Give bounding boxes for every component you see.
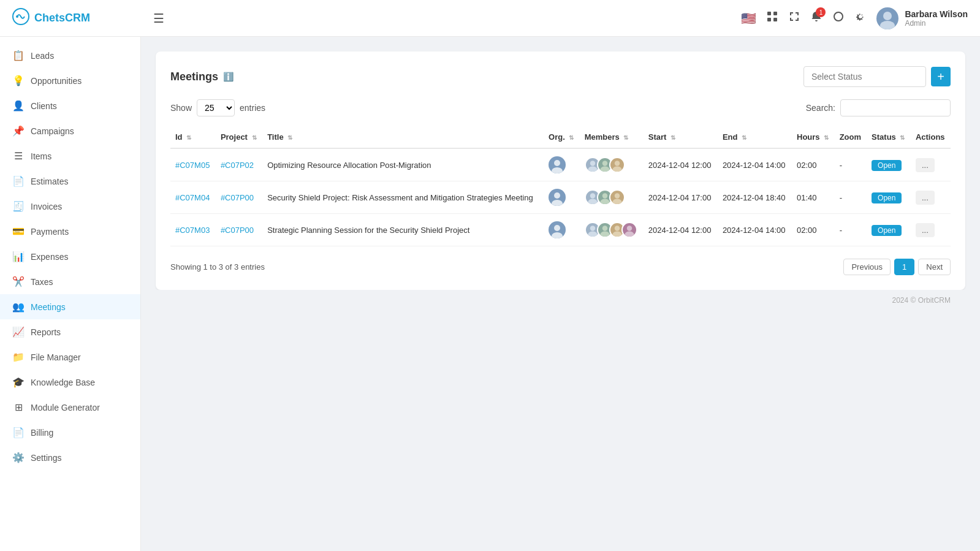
svg-point-12 — [602, 161, 607, 165]
items-icon: ☰ — [12, 150, 25, 162]
search-input[interactable] — [840, 99, 951, 116]
col-id-label: Id — [175, 132, 183, 142]
sidebar-item-items[interactable]: ☰ Items — [0, 143, 140, 169]
project-id-link[interactable]: #C07P00 — [221, 193, 254, 202]
col-project[interactable]: Project ⇅ — [216, 126, 262, 148]
cell-org — [544, 214, 580, 246]
previous-button[interactable]: Previous — [843, 259, 891, 275]
col-hours[interactable]: Hours ⇅ — [792, 126, 835, 148]
sidebar-item-knowledge-base[interactable]: 🎓 Knowledge Base — [0, 370, 140, 395]
notification-icon[interactable]: 1 — [810, 10, 822, 26]
sidebar-item-label: Items — [31, 151, 51, 161]
meeting-title: Security Shield Project: Risk Assessment… — [267, 193, 533, 202]
hamburger-menu[interactable]: ☰ — [153, 11, 164, 26]
svg-point-7 — [880, 21, 895, 29]
meeting-id-link[interactable]: #C07M03 — [175, 226, 210, 235]
next-button[interactable]: Next — [918, 259, 951, 275]
cell-hours: 01:40 — [792, 181, 835, 214]
page-title-wrapper: Meetings ℹ️ — [170, 70, 234, 83]
meeting-title: Optimizing Resource Allocation Post-Migr… — [267, 161, 431, 170]
sidebar-item-settings[interactable]: ⚙️ Settings — [0, 445, 140, 470]
col-id[interactable]: Id ⇅ — [170, 126, 216, 148]
cell-members — [580, 148, 644, 181]
cell-project: #C07P00 — [216, 181, 262, 214]
add-meeting-button[interactable]: + — [931, 67, 951, 86]
meeting-end: 2024-12-04 14:00 — [723, 226, 786, 235]
meeting-hours: 02:00 — [797, 226, 817, 235]
status-badge: Open — [872, 192, 902, 203]
col-zoom-label: Zoom — [840, 132, 861, 142]
meeting-zoom: - — [840, 193, 842, 202]
sidebar-item-reports[interactable]: 📈 Reports — [0, 319, 140, 344]
meeting-end: 2024-12-04 18:40 — [723, 193, 786, 202]
project-id-link[interactable]: #C07P00 — [221, 226, 254, 235]
cell-hours: 02:00 — [792, 214, 835, 246]
members-avatars — [585, 189, 639, 205]
sidebar-item-module-generator[interactable]: ⊞ Module Generator — [0, 395, 140, 420]
user-info[interactable]: Barbara Wilson Admin — [876, 7, 968, 29]
cell-org — [544, 181, 580, 214]
sidebar-item-opportunities[interactable]: 💡 Opportunities — [0, 68, 140, 93]
row-action-button[interactable]: ... — [916, 158, 935, 172]
entries-label: entries — [240, 103, 265, 113]
sort-icon-status: ⇅ — [900, 134, 905, 141]
col-end[interactable]: End ⇅ — [718, 126, 792, 148]
svg-point-19 — [588, 199, 597, 205]
col-org[interactable]: Org. ⇅ — [544, 126, 580, 148]
fullscreen-icon[interactable] — [788, 10, 800, 26]
col-title[interactable]: Title ⇅ — [262, 126, 544, 148]
search-label: Search: — [806, 103, 835, 113]
meeting-id-link[interactable]: #C07M05 — [175, 161, 210, 170]
topbar: ChetsCRM ☰ 🇺🇸 1 Barbara Wilson Admin — [0, 0, 980, 37]
grid-icon[interactable] — [766, 10, 778, 26]
svg-rect-4 — [767, 18, 771, 21]
row-action-button[interactable]: ... — [916, 191, 935, 205]
svg-point-15 — [612, 167, 621, 173]
project-id-link[interactable]: #C07P02 — [221, 161, 254, 170]
col-start-label: Start — [648, 132, 667, 142]
col-members[interactable]: Members ⇅ — [580, 126, 644, 148]
meeting-start: 2024-12-04 12:00 — [648, 226, 712, 235]
reports-icon: 📈 — [12, 326, 25, 338]
sidebar-item-label: Estimates — [31, 177, 68, 186]
sidebar-item-taxes[interactable]: ✂️ Taxes — [0, 269, 140, 294]
table-row: #C07M03 #C07P00 Strategic Planning Sessi… — [170, 214, 951, 246]
entries-per-page-select[interactable]: 25 10 50 100 — [197, 99, 235, 116]
sidebar-item-file-manager[interactable]: 📁 File Manager — [0, 344, 140, 370]
layout: 📋 Leads 💡 Opportunities 👤 Clients 📌 Camp… — [0, 37, 980, 551]
settings-icon[interactable] — [854, 10, 867, 26]
org-avatar — [549, 156, 566, 173]
col-start[interactable]: Start ⇅ — [644, 126, 718, 148]
sort-icon-org: ⇅ — [569, 134, 574, 141]
svg-point-13 — [600, 167, 609, 173]
cell-zoom: - — [835, 181, 867, 214]
sidebar-item-leads[interactable]: 📋 Leads — [0, 43, 140, 68]
sidebar-item-estimates[interactable]: 📄 Estimates — [0, 169, 140, 194]
sidebar-item-clients[interactable]: 👤 Clients — [0, 93, 140, 118]
sort-icon-hours: ⇅ — [824, 134, 829, 141]
main-content: Meetings ℹ️ + Show 25 10 50 100 — [141, 37, 980, 551]
row-action-button[interactable]: ... — [916, 223, 935, 237]
sidebar-item-billing[interactable]: 📄 Billing — [0, 420, 140, 445]
meeting-hours: 02:00 — [797, 161, 817, 170]
svg-point-10 — [590, 161, 594, 165]
info-icon[interactable]: ℹ️ — [223, 72, 234, 82]
sidebar-item-expenses[interactable]: 📊 Expenses — [0, 244, 140, 269]
col-status[interactable]: Status ⇅ — [867, 126, 911, 148]
cell-start: 2024-12-04 12:00 — [644, 148, 718, 181]
status-select-input[interactable] — [803, 66, 926, 87]
sidebar-item-payments[interactable]: 💳 Payments — [0, 219, 140, 244]
svg-point-6 — [883, 12, 892, 20]
logo-text: ChetsCRM — [34, 12, 90, 25]
show-label: Show — [170, 103, 192, 113]
page-1-button[interactable]: 1 — [894, 259, 914, 275]
member-avatar — [621, 222, 637, 238]
meeting-zoom: - — [840, 226, 842, 235]
sidebar-item-meetings[interactable]: 👥 Meetings — [0, 294, 140, 319]
sidebar-item-invoices[interactable]: 🧾 Invoices — [0, 194, 140, 219]
flag-icon[interactable]: 🇺🇸 — [741, 11, 756, 26]
cell-actions: ... — [911, 148, 951, 181]
dark-mode-icon[interactable] — [832, 10, 845, 26]
meeting-id-link[interactable]: #C07M04 — [175, 193, 210, 202]
sidebar-item-campaigns[interactable]: 📌 Campaigns — [0, 118, 140, 143]
